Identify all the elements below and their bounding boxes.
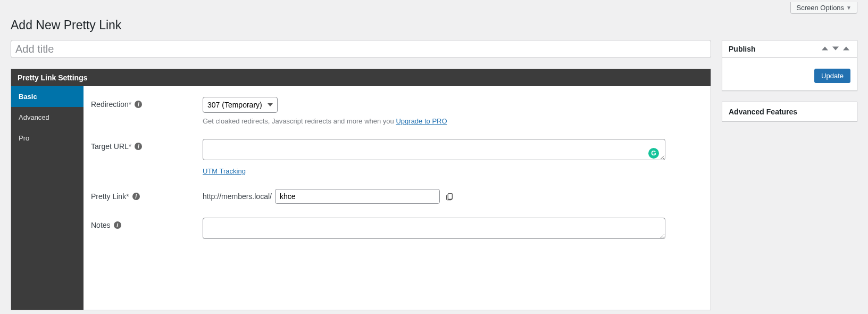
info-icon[interactable]: i bbox=[135, 101, 142, 108]
page-title: Add New Pretty Link bbox=[11, 18, 857, 32]
publish-box: Publish Update bbox=[722, 40, 857, 91]
target-url-label: Target URL* bbox=[91, 142, 131, 151]
tab-basic[interactable]: Basic bbox=[11, 86, 84, 107]
pretty-link-base-url: http://members.local/ bbox=[203, 192, 272, 201]
pretty-link-settings-panel: Pretty Link Settings Basic Advanced Pro … bbox=[11, 69, 711, 310]
upgrade-pro-link[interactable]: Upgrade to PRO bbox=[396, 117, 447, 125]
title-input[interactable] bbox=[11, 40, 711, 58]
screen-options-button[interactable]: Screen Options ▼ bbox=[790, 2, 857, 14]
target-url-input[interactable] bbox=[203, 139, 665, 160]
advanced-features-box[interactable]: Advanced Features bbox=[722, 102, 857, 122]
redirection-select[interactable]: 307 (Temporary) bbox=[203, 97, 278, 113]
notes-label: Notes bbox=[91, 221, 111, 229]
settings-tabs: Basic Advanced Pro bbox=[11, 86, 84, 310]
utm-tracking-link[interactable]: UTM Tracking bbox=[203, 167, 246, 175]
redirection-label: Redirection* bbox=[91, 100, 131, 109]
move-down-icon[interactable] bbox=[831, 45, 840, 53]
pretty-link-slug-input[interactable] bbox=[275, 189, 440, 204]
tab-pro[interactable]: Pro bbox=[11, 128, 84, 148]
clipboard-icon[interactable] bbox=[443, 190, 456, 203]
publish-heading: Publish bbox=[729, 45, 756, 53]
chevron-down-icon: ▼ bbox=[846, 5, 852, 11]
notes-input[interactable] bbox=[203, 218, 665, 239]
update-button[interactable]: Update bbox=[814, 69, 850, 83]
info-icon[interactable]: i bbox=[114, 221, 121, 229]
redirection-helper: Get cloaked redirects, Javascript redire… bbox=[203, 117, 703, 125]
move-up-icon[interactable] bbox=[821, 45, 829, 53]
info-icon[interactable]: i bbox=[135, 143, 142, 150]
svg-rect-0 bbox=[448, 194, 452, 200]
info-icon[interactable]: i bbox=[132, 193, 140, 200]
pretty-link-settings-heading: Pretty Link Settings bbox=[11, 69, 711, 86]
redirection-helper-text: Get cloaked redirects, Javascript redire… bbox=[203, 117, 396, 125]
screen-options-label: Screen Options bbox=[796, 4, 844, 12]
toggle-panel-icon[interactable] bbox=[842, 45, 850, 53]
tab-advanced[interactable]: Advanced bbox=[11, 107, 84, 128]
pretty-link-label: Pretty Link* bbox=[91, 192, 129, 201]
